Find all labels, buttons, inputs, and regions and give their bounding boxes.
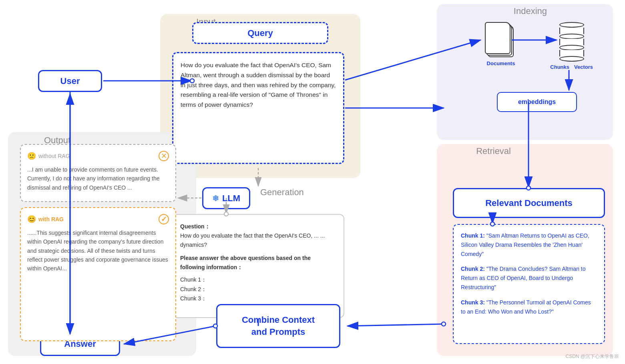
vectors-group: Chunks Vectors — [550, 22, 593, 70]
sad-icon: 🙁 — [27, 150, 36, 162]
query-label: Query — [247, 28, 273, 38]
with-rag-text: ......This suggests significant internal… — [27, 228, 169, 273]
gen-chunk1: Chunk 1： — [180, 275, 336, 284]
query-text: How do you evaluate the fact that OpenAI… — [181, 62, 336, 108]
generation-text-box: Question： How do you evaluate the fact t… — [172, 214, 344, 318]
gen-question-label: Question： — [180, 222, 336, 231]
without-rag-header: 🙁 without RAG ✕ — [27, 150, 169, 162]
embeddings-label: embeddings — [518, 98, 556, 106]
snowflake-icon: ❄ — [212, 194, 219, 203]
combine-label: Combine Contextand Prompts — [242, 314, 315, 338]
cyl-body3 — [559, 50, 584, 56]
vectors-label: Vectors — [574, 64, 593, 70]
with-rag-box: 😊 with RAG ✓ ......This suggests signifi… — [20, 207, 176, 341]
combine-box: Combine Contextand Prompts — [216, 304, 340, 348]
chunks-label: Chunks — [550, 64, 569, 70]
query-text-box: How do you evaluate the fact that OpenAI… — [172, 52, 344, 164]
query-box: Query — [192, 22, 328, 44]
generation-label: Generation — [260, 187, 304, 198]
with-rag-label: with RAG — [38, 215, 64, 224]
cyl-body2 — [559, 39, 584, 45]
with-rag-header: 😊 with RAG ✓ — [27, 214, 169, 225]
x-icon: ✕ — [159, 151, 169, 161]
relevant-docs-label: Relevant Documents — [485, 198, 573, 208]
documents-label: Documents — [485, 60, 517, 66]
without-rag-text: ...I am unable to provide comments on fu… — [27, 165, 169, 192]
cyl-mid1 — [559, 34, 584, 39]
check-icon: ✓ — [159, 214, 169, 224]
chunk1-title: Chunk 1: — [461, 232, 485, 239]
user-label: User — [60, 76, 80, 86]
retrieval-label: Retrieval — [476, 146, 511, 156]
gen-chunk2: Chunk 2： — [180, 285, 336, 294]
user-box: User — [38, 70, 102, 92]
gen-chunk3: Chunk 3： — [180, 294, 336, 303]
cyl-bottom3 — [559, 56, 584, 62]
embeddings-box: embeddings — [497, 92, 577, 112]
doc-stack — [485, 22, 517, 58]
chunk1-entry: Chunk 1: "Sam Altman Returns to OpenAI a… — [461, 231, 597, 259]
watermark: CSDN @沉下心来学鲁班 — [565, 353, 619, 360]
relevant-docs-box: Relevant Documents — [453, 188, 605, 218]
cyl-top1 — [559, 22, 584, 28]
chunk3-title: Chunk 3: — [461, 299, 485, 306]
cyl-mid2 — [559, 45, 584, 50]
llm-box: ❄ LLM — [202, 187, 250, 209]
chunk2-entry: Chunk 2: "The Drama Concludes? Sam Altma… — [461, 264, 597, 292]
llm-label: LLM — [222, 193, 240, 204]
indexing-label: Indexing — [514, 6, 547, 16]
chunks-box: Chunk 1: "Sam Altman Returns to OpenAI a… — [453, 224, 605, 344]
happy-icon: 😊 — [27, 214, 36, 225]
doc-page-front — [485, 22, 510, 54]
cyl-body1 — [559, 28, 584, 34]
gen-question-text: How do you evaluate the fact that the Op… — [180, 231, 336, 250]
svg-line-16 — [348, 324, 444, 326]
gen-instruction: Please answer the above questions based … — [180, 254, 336, 272]
documents-group: Documents — [485, 22, 517, 66]
without-rag-box: 🙁 without RAG ✕ ...I am unable to provid… — [20, 144, 176, 202]
chunk3-entry: Chunk 3: "The Personnel Turmoil at OpenA… — [461, 298, 597, 316]
without-rag-label: without RAG — [38, 152, 70, 160]
chunk2-title: Chunk 2: — [461, 266, 485, 272]
diagram: Input Indexing Retrieval Output User Que… — [0, 0, 625, 364]
